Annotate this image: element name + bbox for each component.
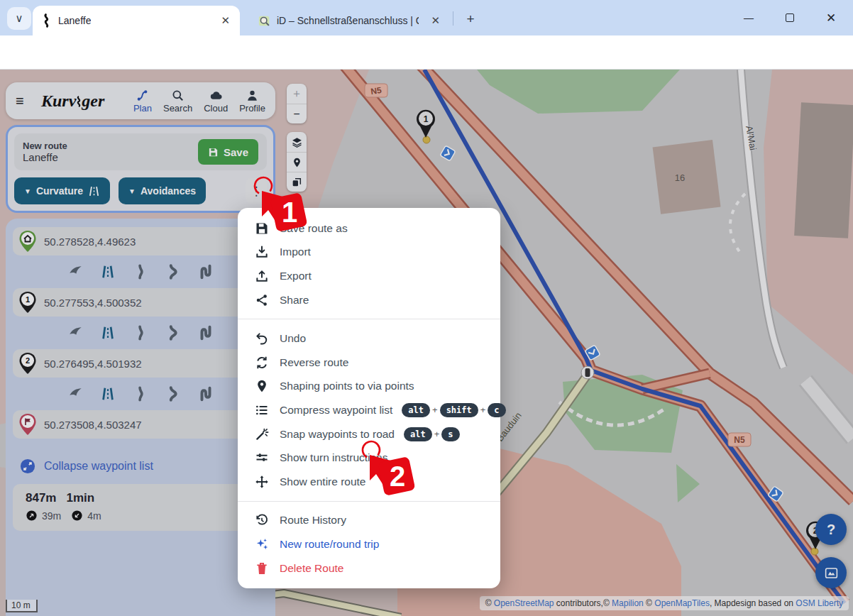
menu-item-undo[interactable]: Undo: [238, 326, 500, 351]
tab-laneffe[interactable]: Laneffe ✕: [33, 6, 240, 35]
menu-item-compress-waypoint-list[interactable]: Compress waypoint listalt+shift+c: [238, 398, 500, 422]
search-icon: [171, 89, 185, 102]
collapse-waypoint-list[interactable]: Collapse waypoint list: [20, 458, 268, 474]
road-shield-n5: N5: [728, 433, 751, 446]
sidebar-nav-cloud[interactable]: Cloud: [204, 89, 228, 114]
import-icon: [255, 245, 269, 259]
map-tools: [287, 132, 307, 192]
close-tab-icon[interactable]: ✕: [219, 14, 231, 27]
close-tab-icon[interactable]: ✕: [429, 14, 441, 27]
menu-item-import[interactable]: Import: [238, 241, 500, 265]
menu-item-reverse-route[interactable]: Reverse route: [238, 351, 500, 375]
new-tab-button[interactable]: +: [461, 10, 480, 28]
zoom-in-button[interactable]: ＋: [287, 84, 307, 104]
menu-item-export[interactable]: Export: [238, 264, 500, 288]
curve1-icon[interactable]: [133, 325, 148, 341]
waypoint-row[interactable]: 50.273508,4.503247 ⋮: [13, 410, 268, 439]
chevron-down-icon: ▼: [128, 187, 136, 195]
menu-item-save-route-as[interactable]: Save route as: [238, 216, 500, 241]
motorway-icon: [88, 185, 100, 197]
shortcut-hint: alt+shift+c: [402, 403, 505, 417]
motorway-icon[interactable]: [100, 264, 116, 280]
menu-item-label: Snap waypoints to road: [280, 428, 395, 441]
window-maximize-button[interactable]: [775, 7, 805, 28]
kurviger-favicon: [41, 13, 52, 28]
reverse-icon: [255, 356, 269, 370]
attribution-link[interactable]: OSM Liberty: [796, 598, 843, 608]
route-name-value[interactable]: Laneffe: [23, 151, 67, 163]
curve3-icon[interactable]: [198, 386, 214, 402]
menu-item-show-turn-instructions[interactable]: Show turn instructions: [238, 446, 500, 470]
curve2-icon[interactable]: [165, 325, 181, 341]
menu-item-label: Delete Route: [280, 562, 343, 575]
help-label: ?: [827, 522, 835, 538]
waypoint-row[interactable]: 2 50.276495,4.501932 ⋮: [13, 349, 268, 378]
ascent-icon: [26, 510, 38, 522]
poi-button[interactable]: [287, 152, 307, 172]
layers-button[interactable]: [287, 132, 307, 152]
tab-divider: [453, 11, 453, 26]
cloud-icon: [209, 89, 223, 102]
menu-item-snap-waypoints-to-road[interactable]: Snap waypoints to roadalt+s: [238, 422, 500, 446]
sidebar-nav-plan[interactable]: Plan: [133, 89, 152, 114]
map-compare-button[interactable]: [287, 172, 307, 192]
motorway-icon[interactable]: [100, 325, 116, 341]
curve1-icon[interactable]: [133, 264, 148, 280]
menu-item-label: Show entire route: [280, 475, 366, 488]
menu-item-route-history[interactable]: Route History: [238, 509, 500, 533]
hamburger-menu-icon[interactable]: ≡: [16, 93, 31, 109]
menu-item-share[interactable]: Share: [238, 288, 500, 312]
tab-search-button[interactable]: ∨: [7, 7, 31, 30]
route-name-field[interactable]: New route Laneffe Save: [14, 133, 267, 170]
svg-text:2: 2: [26, 356, 30, 365]
save-button[interactable]: Save: [198, 139, 258, 165]
attribution-link[interactable]: OpenMapTiles: [654, 598, 710, 608]
bird-icon[interactable]: [67, 325, 83, 341]
route-panel: New route Laneffe Save ▼ Curvature ▼ Avo…: [6, 125, 275, 213]
waypoint-coordinates[interactable]: 50.273508,4.503247: [44, 419, 142, 431]
attribution-link[interactable]: OpenStreetMap: [494, 598, 554, 608]
curve3-icon[interactable]: [198, 264, 214, 280]
zoom-out-button[interactable]: −: [287, 104, 307, 123]
window-close-button[interactable]: ✕: [816, 7, 846, 28]
waypoint-coordinates[interactable]: 50.278528,4.49623: [44, 236, 136, 248]
id-editor-favicon: [258, 15, 270, 27]
curvature-button[interactable]: ▼ Curvature: [14, 177, 110, 204]
curve2-icon[interactable]: [165, 386, 181, 402]
elevation-profile-fab[interactable]: [815, 557, 847, 588]
kurviger-logo[interactable]: Kurv ger: [41, 92, 104, 111]
curve2-icon[interactable]: [165, 264, 181, 280]
tab-id-editor[interactable]: iD – Schnellstraßenanschluss | C ✕: [250, 6, 450, 35]
elevation-chart-icon: [824, 566, 839, 581]
help-fab[interactable]: ?: [815, 514, 847, 545]
map-building-right: [794, 102, 853, 238]
route-options-button[interactable]: ⋮: [246, 178, 267, 204]
motorway-icon[interactable]: [100, 386, 116, 402]
bird-icon[interactable]: [67, 264, 83, 280]
waypoint-coordinates[interactable]: 50.277553,4.500352: [44, 297, 142, 309]
route-descent: 4m: [87, 510, 101, 522]
menu-item-new-route-round-trip[interactable]: New route/round trip: [238, 532, 500, 556]
waypoint-marker-flag-icon: [18, 413, 37, 436]
avoidances-button[interactable]: ▼ Avoidances: [119, 177, 206, 204]
tab-title: iD – Schnellstraßenanschluss | C: [277, 15, 419, 26]
waypoint-row[interactable]: 1 50.277553,4.500352 ⋮: [13, 288, 268, 317]
pages-icon: [291, 177, 302, 188]
curve3-icon[interactable]: [198, 325, 214, 341]
window-minimize-button[interactable]: —: [734, 7, 764, 28]
menu-item-label: Compress waypoint list: [280, 404, 392, 417]
descent-icon: [71, 510, 83, 522]
nav-label: Profile: [239, 103, 265, 114]
menu-item-shaping-points-to-via-points[interactable]: Shaping points to via points: [238, 375, 500, 399]
svg-text:1: 1: [424, 114, 429, 124]
sidebar-nav-profile[interactable]: Profile: [239, 89, 265, 114]
bird-icon[interactable]: [67, 386, 83, 402]
attribution-link[interactable]: Mapilion: [612, 598, 644, 608]
floppy-icon: [208, 147, 219, 158]
menu-item-delete-route[interactable]: Delete Route: [238, 556, 500, 581]
sidebar-nav-search[interactable]: Search: [163, 89, 192, 114]
menu-item-show-entire-route[interactable]: Show entire route: [238, 470, 500, 494]
waypoint-coordinates[interactable]: 50.276495,4.501932: [44, 358, 142, 370]
curve1-icon[interactable]: [133, 386, 148, 402]
waypoint-row[interactable]: 50.278528,4.49623 ⋮: [13, 227, 268, 255]
